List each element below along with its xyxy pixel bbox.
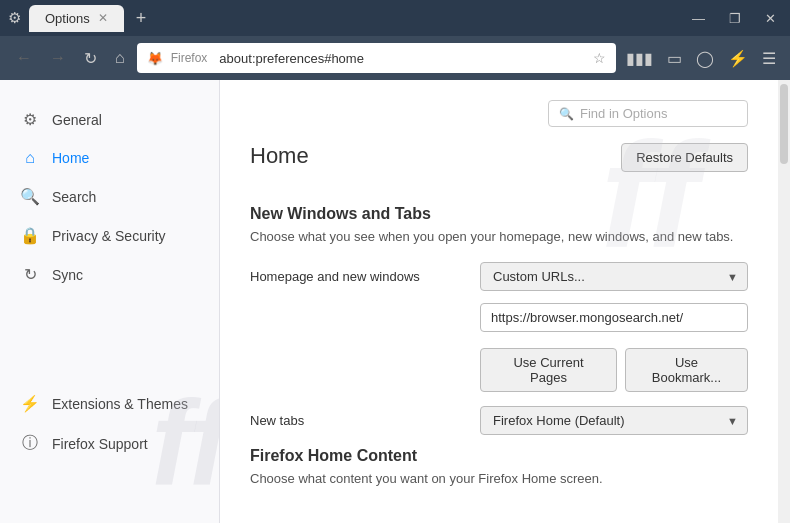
homepage-url-input[interactable] [480,303,748,332]
find-search-icon: 🔍 [559,107,574,121]
reload-button[interactable]: ↻ [78,45,103,72]
library-icon[interactable]: ▮▮▮ [622,45,657,72]
find-placeholder: Find in Options [580,106,667,121]
homepage-select[interactable]: Custom URLs... [480,262,748,291]
find-options-bar: 🔍 Find in Options [250,100,748,127]
new-tabs-select[interactable]: Firefox Home (Default) [480,406,748,435]
sync-nav-icon: ↻ [20,265,40,284]
sidebar-item-privacy[interactable]: 🔒 Privacy & Security [0,216,219,255]
search-nav-icon: 🔍 [20,187,40,206]
section1-desc: Choose what you see when you open your h… [250,229,748,244]
sync-icon[interactable]: ▭ [663,45,686,72]
homepage-dropdown-wrapper: Custom URLs... ▼ [480,262,748,291]
general-icon: ⚙ [20,110,40,129]
main-container: ff ⚙ General ⌂ Home 🔍 Search 🔒 Privacy &… [0,80,790,523]
new-tab-button[interactable]: + [128,8,155,29]
scrollbar-thumb[interactable] [780,84,788,164]
sidebar-privacy-label: Privacy & Security [52,228,166,244]
new-tabs-dropdown-wrapper: Firefox Home (Default) ▼ [480,406,748,435]
tab-title: Options [45,11,90,26]
restore-defaults-button[interactable]: Restore Defaults [621,143,748,172]
sidebar-search-label: Search [52,189,96,205]
navbar: ← → ↻ ⌂ 🦊 Firefox about:preferences#home… [0,36,790,80]
privacy-icon: 🔒 [20,226,40,245]
close-button[interactable]: ✕ [759,11,782,26]
sidebar-item-extensions[interactable]: ⚡ Extensions & Themes [0,384,219,423]
use-bookmark-button[interactable]: Use Bookmark... [625,348,748,392]
scrollbar[interactable] [778,80,790,523]
titlebar: ⚙ Options ✕ + — ❐ ✕ [0,0,790,36]
options-icon: ⚙ [8,9,21,27]
content-area: ff 🔍 Find in Options Home Restore Defaul… [220,80,778,523]
bookmark-star-icon[interactable]: ☆ [593,50,606,66]
find-options-input[interactable]: 🔍 Find in Options [548,100,748,127]
section2-desc: Choose what content you want on your Fir… [250,471,748,486]
account-icon[interactable]: ◯ [692,45,718,72]
homepage-row: Homepage and new windows Custom URLs... … [250,262,748,291]
options-tab[interactable]: Options ✕ [29,5,124,32]
page-title: Home [250,143,309,169]
homepage-dropdown[interactable]: Custom URLs... ▼ [480,262,748,291]
tab-close-button[interactable]: ✕ [98,11,108,25]
sidebar-support-label: Firefox Support [52,436,148,452]
sidebar-item-search[interactable]: 🔍 Search [0,177,219,216]
new-windows-section: New Windows and Tabs Choose what you see… [250,205,748,435]
homepage-label: Homepage and new windows [250,269,480,284]
extensions-icon[interactable]: ⚡ [724,45,752,72]
minimize-button[interactable]: — [686,11,711,26]
sidebar-general-label: General [52,112,102,128]
new-tabs-dropdown[interactable]: Firefox Home (Default) ▼ [480,406,748,435]
window-controls: — ❐ ✕ [686,11,782,26]
toolbar-icons: ▮▮▮ ▭ ◯ ⚡ ☰ [622,45,780,72]
back-button[interactable]: ← [10,45,38,71]
sidebar-sync-label: Sync [52,267,83,283]
extensions-nav-icon: ⚡ [20,394,40,413]
sidebar-home-label: Home [52,150,89,166]
sidebar-item-support[interactable]: ⓘ Firefox Support [0,423,219,464]
section2-title: Firefox Home Content [250,447,748,465]
home-nav-icon: ⌂ [20,149,40,167]
address-prefix: Firefox [171,51,208,65]
firefox-home-section: Firefox Home Content Choose what content… [250,447,748,486]
section1-title: New Windows and Tabs [250,205,748,223]
sidebar-item-home[interactable]: ⌂ Home [0,139,219,177]
new-tabs-row: New tabs Firefox Home (Default) ▼ [250,406,748,435]
sidebar-extensions-label: Extensions & Themes [52,396,188,412]
maximize-button[interactable]: ❐ [723,11,747,26]
use-current-pages-button[interactable]: Use Current Pages [480,348,617,392]
sidebar-item-sync[interactable]: ↻ Sync [0,255,219,294]
forward-button[interactable]: → [44,45,72,71]
address-url: about:preferences#home [219,51,585,66]
home-button[interactable]: ⌂ [109,45,131,71]
menu-icon[interactable]: ☰ [758,45,780,72]
sidebar-item-general[interactable]: ⚙ General [0,100,219,139]
homepage-buttons: Use Current Pages Use Bookmark... [250,348,748,392]
new-tabs-label: New tabs [250,413,480,428]
support-icon: ⓘ [20,433,40,454]
address-bar[interactable]: 🦊 Firefox about:preferences#home ☆ [137,43,616,73]
firefox-icon: 🦊 [147,51,163,66]
sidebar: ff ⚙ General ⌂ Home 🔍 Search 🔒 Privacy &… [0,80,220,523]
